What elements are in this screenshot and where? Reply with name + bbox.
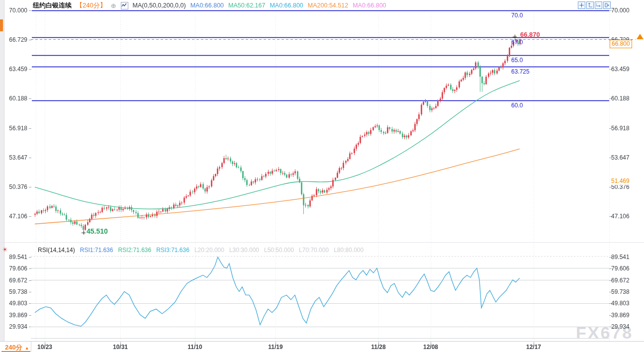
date-tick bbox=[45, 342, 45, 345]
rsi3-value: RSI3:71.636 bbox=[156, 247, 189, 254]
pan-right-icon[interactable] bbox=[603, 1, 611, 9]
rsi-axis-label-left: 29.934 bbox=[0, 323, 27, 330]
panel-divider bbox=[0, 242, 644, 243]
price-axis-label-left: 60.188 bbox=[0, 95, 27, 102]
ma0-value: MA0:66.800 bbox=[190, 2, 224, 9]
price-axis-label-right: 60.188 bbox=[611, 95, 630, 102]
ma0b-value: MA0:66.800 bbox=[270, 2, 303, 9]
price-axis-label-left: 47.106 bbox=[0, 213, 27, 220]
price-axis-label-right: 63.459 bbox=[611, 66, 630, 73]
symbol-title: 纽约白银连续 bbox=[33, 1, 72, 10]
rsi-l80-label: L80:80.000 bbox=[334, 247, 364, 254]
rsi-axis-label-right: 29.934 bbox=[611, 323, 630, 330]
price-axis-label-left: 63.459 bbox=[0, 66, 27, 73]
date-axis-label: 11/10 bbox=[187, 344, 202, 351]
rsi-l70-label: L70:70.000 bbox=[299, 247, 329, 254]
rsi-axis-label-right: 89.541 bbox=[611, 254, 630, 261]
date-axis-label: 11/28 bbox=[371, 344, 385, 351]
price-level-label: 63.725 bbox=[511, 68, 530, 75]
ma50-value: MA50:62.167 bbox=[228, 2, 265, 9]
axis-divider bbox=[31, 342, 31, 352]
indicator-icon[interactable] bbox=[121, 2, 128, 9]
price-axis-label-left: 53.647 bbox=[0, 154, 27, 161]
rsi-axis-label-right: 69.672 bbox=[611, 277, 630, 284]
date-tick bbox=[431, 342, 431, 345]
chart-application: FX678 ☀ 纽约白银连续 【240分】 ⊕ MA(0,50,0,200,0,… bbox=[0, 0, 644, 352]
price-axis-label-left: 56.918 bbox=[0, 125, 27, 132]
date-tick bbox=[378, 342, 379, 345]
scale-right-axis-icon[interactable] bbox=[595, 1, 602, 9]
date-tick bbox=[534, 342, 534, 345]
date-axis-label: 10/31 bbox=[113, 344, 128, 351]
date-axis-label: 12/17 bbox=[526, 344, 541, 351]
rsi-header: RSI(14,14,14) RSI1:71.636 RSI2:71.636 RS… bbox=[38, 247, 364, 254]
high-price-marker: 66.870 bbox=[520, 31, 540, 38]
current-price-badge: 66.800 bbox=[610, 40, 632, 48]
price-level-label: 67.0 bbox=[511, 39, 523, 46]
rsi-axis-label-left: 49.803 bbox=[0, 300, 27, 307]
price-up-arrow-icon bbox=[637, 34, 644, 39]
strip-orange-segment bbox=[0, 19, 3, 31]
rsi2-value: RSI2:71.636 bbox=[118, 247, 151, 254]
price-axis-label-right: 53.647 bbox=[611, 154, 630, 161]
price-axis-label-left: 66.729 bbox=[0, 36, 27, 43]
period-label: 【240分】 bbox=[76, 1, 106, 10]
price-level-label: 65.0 bbox=[511, 57, 523, 64]
scale-left-axis-icon[interactable] bbox=[586, 1, 594, 9]
date-tick bbox=[120, 342, 121, 345]
main-chart-canvas[interactable] bbox=[0, 0, 644, 352]
rsi-l50-label: L50:50.000 bbox=[264, 247, 294, 254]
price-axis-label-left: 50.376 bbox=[0, 183, 27, 190]
price-level-label: 70.0 bbox=[511, 12, 523, 19]
date-tick bbox=[276, 342, 276, 345]
rsi-axis-label-right: 59.738 bbox=[611, 288, 630, 295]
low-price-marker: 45.510 bbox=[87, 227, 108, 235]
chart-toolbar bbox=[578, 1, 611, 9]
rsi-axis-label-left: 89.541 bbox=[0, 254, 27, 261]
chart-header: 纽约白银连续 【240分】 ⊕ MA(0,50,0,200,0,0) MA0:6… bbox=[33, 1, 386, 10]
rsi-axis-label-left: 69.672 bbox=[0, 277, 27, 284]
rsi-axis-label-right: 79.606 bbox=[611, 265, 630, 272]
rsi-axis-label-right: 39.869 bbox=[611, 312, 630, 319]
date-axis-label: 12/08 bbox=[423, 344, 438, 351]
date-axis-label: 10/23 bbox=[37, 344, 52, 351]
date-tick bbox=[195, 342, 195, 345]
price-axis-label-right: 47.106 bbox=[611, 213, 630, 220]
rsi-l30-label: L30:30.000 bbox=[229, 247, 259, 254]
chevron-up-icon: ▲ bbox=[25, 346, 29, 351]
price-axis-label-right: 56.918 bbox=[611, 125, 630, 132]
link-icon[interactable]: ⊕ bbox=[111, 2, 116, 9]
ma0c-value: MA0:66.800 bbox=[353, 2, 386, 9]
ma200-value: MA200:54.512 bbox=[308, 2, 348, 9]
rsi-axis-label-left: 59.738 bbox=[0, 288, 27, 295]
price-axis-label-left: 70.000 bbox=[0, 7, 27, 14]
crosshair-icon[interactable] bbox=[578, 1, 585, 9]
date-axis-label: 11/19 bbox=[268, 344, 282, 351]
rsi-axis-label-left: 79.606 bbox=[0, 265, 27, 272]
price-level-label: 60.0 bbox=[511, 102, 523, 109]
ma-settings-label[interactable]: MA(0,50,0,200,0,0) bbox=[133, 2, 186, 9]
rsi-settings-label[interactable]: RSI(14,14,14) bbox=[38, 247, 75, 254]
time-axis-bar: 240分▲ 10/2310/3111/1011/1911/2812/0812/1… bbox=[0, 341, 644, 352]
rsi-axis-label-left: 39.869 bbox=[0, 312, 27, 319]
rsi-l20-label: L20:20.000 bbox=[194, 247, 224, 254]
orange-level-label: 51.469 bbox=[610, 177, 631, 185]
rsi-axis-label-right: 49.803 bbox=[611, 300, 630, 307]
price-axis-label-right: 70.000 bbox=[611, 7, 630, 14]
indicator-settings-icon[interactable]: ☀ bbox=[1, 246, 9, 254]
rsi1-value: RSI1:71.636 bbox=[80, 247, 113, 254]
